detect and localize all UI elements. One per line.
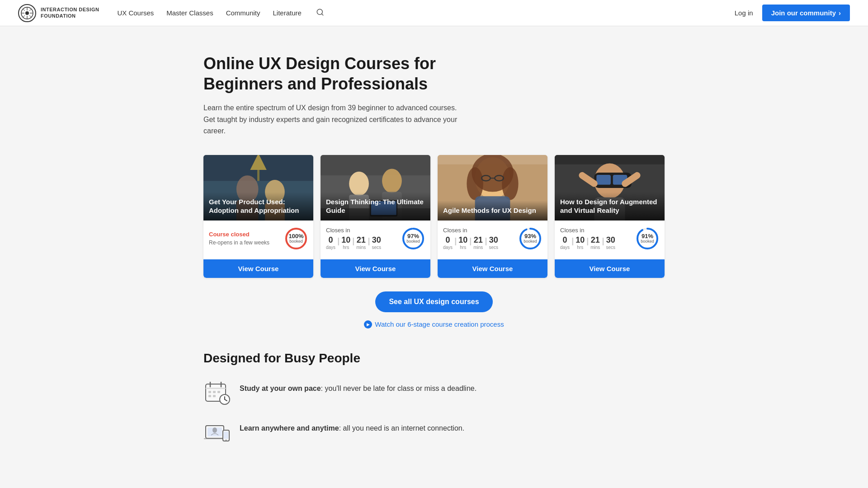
- svg-rect-73: [224, 432, 228, 439]
- course-1-booked: booked: [288, 239, 303, 244]
- svg-point-70: [212, 427, 217, 433]
- main-content: Online UX Design Courses for Beginners a…: [185, 26, 683, 486]
- svg-rect-19: [257, 170, 259, 181]
- cta-section: See all UX design courses: [203, 291, 665, 312]
- svg-point-26: [382, 169, 402, 192]
- course-4-info: Closes in 0days | 10hrs | 21mins | 30sec…: [555, 221, 665, 255]
- course-1-reopens: Re-opens in a few weeks: [209, 239, 269, 246]
- svg-rect-49: [596, 175, 611, 185]
- course-1-title: Get Your Product Used: Adoption and Appr…: [209, 197, 308, 215]
- hero-section: Online UX Design Courses for Beginners a…: [203, 53, 665, 137]
- login-button[interactable]: Log in: [735, 9, 753, 17]
- busy-item-2: Learn anywhere and anytime: all you need…: [203, 419, 665, 446]
- course-3-status: Closes in: [443, 227, 498, 234]
- svg-line-8: [29, 9, 31, 11]
- course-4-countdown: 0days | 10hrs | 21mins | 30secs: [560, 235, 615, 250]
- course-3-pct: 93%: [524, 233, 537, 239]
- nav-link-community[interactable]: Community: [226, 9, 260, 17]
- watch-link-section: ▶ Watch our 6-stage course creation proc…: [203, 319, 665, 328]
- busy-title: Designed for Busy People: [203, 351, 665, 366]
- course-1-info: Course closed Re-opens in a few weeks 10…: [203, 221, 313, 255]
- svg-point-37: [467, 167, 483, 200]
- chevron-right-icon: ›: [839, 9, 841, 17]
- course-2-title: Design Thinking: The Ultimate Guide: [326, 197, 425, 215]
- course-4-status: Closes in: [560, 227, 615, 234]
- nav-link-master-classes[interactable]: Master Classes: [166, 9, 213, 17]
- svg-line-7: [29, 15, 31, 17]
- logo-text: INTERACTION DESIGN FOUNDATION: [41, 7, 99, 19]
- play-icon: ▶: [364, 320, 372, 328]
- course-image-2: Design Thinking: The Ultimate Guide: [321, 155, 430, 221]
- svg-rect-61: [213, 391, 216, 393]
- course-4-status-row: Closes in 0days | 10hrs | 21mins | 30sec…: [560, 227, 659, 250]
- course-3-title: Agile Methods for UX Design: [443, 206, 542, 215]
- svg-point-38: [502, 167, 518, 200]
- course-card-3: Agile Methods for UX Design Closes in 0d…: [438, 155, 547, 278]
- nav-links: UX Courses Master Classes Community Lite…: [117, 8, 734, 18]
- course-2-pct: 97%: [406, 233, 420, 239]
- course-2-progress: 97% booked: [401, 227, 425, 250]
- course-3-progress: 93% booked: [519, 227, 542, 250]
- course-2-countdown: 0days | 10hrs | 21mins | 30secs: [326, 235, 381, 250]
- view-course-2-button[interactable]: View Course: [321, 259, 430, 278]
- course-1-status: Course closed: [209, 231, 269, 238]
- nav-actions: Log in Join our community ›: [735, 5, 850, 21]
- course-card-4: How to Design for Augmented and Virtual …: [555, 155, 665, 278]
- svg-rect-63: [208, 395, 211, 397]
- view-course-1-button[interactable]: View Course: [203, 259, 313, 278]
- course-4-pct: 91%: [641, 233, 654, 239]
- course-2-status: Closes in: [326, 227, 381, 234]
- svg-rect-62: [217, 391, 220, 393]
- course-4-pct-text: 91% booked: [641, 233, 654, 244]
- join-button[interactable]: Join our community ›: [762, 5, 850, 21]
- course-3-pct-text: 93% booked: [524, 233, 537, 244]
- course-3-booked: booked: [524, 239, 537, 244]
- svg-line-11: [321, 14, 323, 15]
- busy-item-1: Study at your own pace: you'll never be …: [203, 379, 665, 406]
- course-4-overlay: How to Design for Augmented and Virtual …: [555, 192, 665, 221]
- busy-section: Designed for Busy People: [203, 351, 665, 446]
- logo[interactable]: INTERACTION DESIGN FOUNDATION: [18, 4, 99, 22]
- view-course-3-button[interactable]: View Course: [438, 259, 547, 278]
- course-2-booked: booked: [406, 239, 420, 244]
- busy-item-2-text: Learn anywhere and anytime: all you need…: [240, 419, 464, 434]
- laptop-mobile-icon: [203, 419, 231, 446]
- hero-description: Learn the entire spectrum of UX design f…: [203, 102, 466, 137]
- course-2-pct-text: 97% booked: [406, 233, 420, 244]
- navigation: INTERACTION DESIGN FOUNDATION UX Courses…: [0, 0, 868, 26]
- see-all-courses-button[interactable]: See all UX design courses: [375, 291, 492, 312]
- course-image-1: Get Your Product Used: Adoption and Appr…: [203, 155, 313, 221]
- course-4-booked: booked: [641, 239, 654, 244]
- svg-line-6: [23, 9, 25, 11]
- view-course-4-button[interactable]: View Course: [555, 259, 665, 278]
- course-3-countdown: 0days | 10hrs | 21mins | 30secs: [443, 235, 498, 250]
- nav-link-literature[interactable]: Literature: [273, 9, 301, 17]
- course-2-overlay: Design Thinking: The Ultimate Guide: [321, 192, 430, 221]
- svg-rect-64: [213, 395, 216, 397]
- svg-point-74: [226, 439, 227, 441]
- logo-icon: [18, 4, 36, 22]
- svg-rect-60: [208, 391, 211, 393]
- courses-section: Get Your Product Used: Adoption and Appr…: [203, 155, 665, 278]
- course-1-pct: 100%: [288, 233, 303, 239]
- course-card-1: Get Your Product Used: Adoption and Appr…: [203, 155, 313, 278]
- hero-title: Online UX Design Courses for Beginners a…: [203, 53, 493, 94]
- course-2-info: Closes in 0days | 10hrs | 21mins | 30sec…: [321, 221, 430, 255]
- svg-point-1: [25, 11, 29, 15]
- course-1-pct-text: 100% booked: [288, 233, 303, 244]
- course-1-progress: 100% booked: [284, 227, 308, 250]
- course-card-2: Design Thinking: The Ultimate Guide Clos…: [321, 155, 430, 278]
- courses-grid: Get Your Product Used: Adoption and Appr…: [203, 155, 665, 278]
- watch-process-link[interactable]: ▶ Watch our 6-stage course creation proc…: [364, 320, 504, 328]
- course-4-progress: 91% booked: [636, 227, 659, 250]
- course-4-title: How to Design for Augmented and Virtual …: [560, 197, 659, 215]
- nav-link-ux-courses[interactable]: UX Courses: [117, 9, 154, 17]
- search-icon[interactable]: [316, 8, 324, 18]
- course-1-status-row: Course closed Re-opens in a few weeks 10…: [209, 227, 308, 250]
- svg-rect-57: [206, 388, 226, 389]
- busy-item-1-text: Study at your own pace: you'll never be …: [240, 379, 476, 394]
- course-image-4: How to Design for Augmented and Virtual …: [555, 155, 665, 221]
- svg-line-9: [23, 15, 25, 17]
- course-1-overlay: Get Your Product Used: Adoption and Appr…: [203, 192, 313, 221]
- calendar-clock-icon: [203, 379, 231, 406]
